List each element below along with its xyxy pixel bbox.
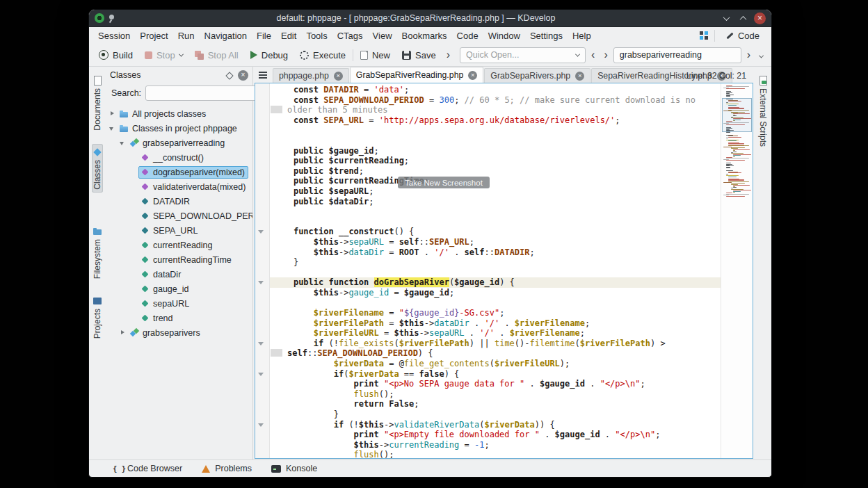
menu-tools[interactable]: Tools bbox=[301, 29, 332, 43]
code-line[interactable]: } bbox=[255, 409, 721, 420]
code-line[interactable]: $riverData = @file_get_contents($riverFi… bbox=[255, 359, 721, 369]
maximize-button[interactable] bbox=[737, 13, 749, 24]
next-match-button[interactable]: › bbox=[600, 48, 611, 62]
code-line[interactable] bbox=[255, 136, 721, 146]
fold-marker-icon[interactable] bbox=[258, 373, 264, 376]
minimap-scrollbar[interactable] bbox=[721, 83, 753, 458]
tree-item-currentreading[interactable]: currentReading bbox=[106, 238, 252, 252]
document-list-icon[interactable] bbox=[257, 70, 268, 81]
tree-item-datadir[interactable]: DATADIR bbox=[106, 194, 252, 209]
code-line[interactable] bbox=[255, 125, 721, 136]
code-line[interactable] bbox=[255, 206, 721, 217]
menu-settings[interactable]: Settings bbox=[525, 29, 568, 43]
expander-icon[interactable] bbox=[119, 139, 127, 147]
fold-marker-icon[interactable] bbox=[258, 342, 264, 345]
code-area-button[interactable]: Code bbox=[721, 29, 764, 42]
tab-close-icon[interactable] bbox=[334, 72, 343, 81]
close-button[interactable] bbox=[754, 13, 766, 24]
tab-close-icon[interactable] bbox=[468, 71, 477, 80]
menu-project[interactable]: Project bbox=[135, 29, 172, 43]
expander-icon[interactable] bbox=[119, 329, 127, 336]
tab-close-icon[interactable] bbox=[575, 72, 584, 81]
tree-item-all-projects-classes[interactable]: All projects classes bbox=[106, 106, 252, 121]
tree-item-datadir[interactable]: dataDir bbox=[106, 267, 252, 282]
search-input[interactable] bbox=[613, 47, 741, 63]
stop-all-button[interactable]: Stop All bbox=[190, 47, 243, 63]
detach-toolview-icon[interactable] bbox=[225, 71, 234, 80]
tree-item-classes-in-project-phppage[interactable]: Classes in project phppage bbox=[106, 121, 252, 136]
code-line[interactable]: $this->currentReading = -1; bbox=[255, 440, 721, 450]
debug-button[interactable]: Debug bbox=[246, 47, 293, 63]
menu-run[interactable]: Run bbox=[173, 29, 200, 43]
tree-item-currentreadingtime[interactable]: currentReadingTime bbox=[106, 252, 252, 267]
menu-navigation[interactable]: Navigation bbox=[200, 29, 252, 43]
code-line[interactable]: public $dataDir; bbox=[255, 197, 721, 207]
menu-view[interactable]: View bbox=[368, 29, 397, 43]
code-line[interactable]: self::SEPA_DOWNLOAD_PERIOD) { bbox=[255, 348, 721, 359]
minimize-button[interactable] bbox=[721, 13, 732, 24]
bottom-tab-problems[interactable]: Problems bbox=[202, 464, 252, 473]
minimap-viewport[interactable] bbox=[722, 98, 752, 132]
code-line[interactable]: public $trend; bbox=[255, 166, 721, 177]
fold-marker-icon[interactable] bbox=[258, 230, 264, 234]
stop-button[interactable]: Stop bbox=[140, 47, 188, 63]
dock-tab-projects[interactable]: Projects bbox=[92, 293, 103, 342]
code-line[interactable]: $riverFileURL = $this->sepaURL . '/' . $… bbox=[255, 328, 721, 339]
toolbar-expand-button[interactable]: › bbox=[443, 48, 453, 62]
tree-item-dograbsepariver-mixed[interactable]: dograbsepariver(mixed) bbox=[106, 165, 252, 179]
code-line[interactable]: const SEPA_DOWNLOAD_PERIOD = 300; // 60 … bbox=[255, 95, 721, 106]
menu-edit[interactable]: Edit bbox=[276, 29, 301, 43]
tree-item-validateriverdata-mixed[interactable]: validateriverdata(mixed) bbox=[106, 179, 252, 194]
code-line[interactable]: print "<p>No SEPA gauge data for " . $ga… bbox=[255, 379, 721, 389]
expander-icon[interactable] bbox=[108, 110, 116, 117]
tree-item-sepa-download-period[interactable]: SEPA_DOWNLOAD_PERIOD bbox=[106, 209, 252, 223]
code-line[interactable]: print "<p>Empty file downloaded for " . … bbox=[255, 430, 721, 440]
tab-phppage-php[interactable]: phppage.php bbox=[273, 68, 349, 83]
menu-session[interactable]: Session bbox=[93, 29, 135, 43]
code-line[interactable]: const DATADIR = 'data'; bbox=[255, 85, 721, 95]
code-line[interactable]: if (!$this->validateRiverData($riverData… bbox=[255, 420, 721, 430]
tree-item-trend[interactable]: trend bbox=[106, 311, 252, 325]
code-line[interactable] bbox=[255, 217, 721, 227]
classes-search-input[interactable] bbox=[145, 86, 267, 101]
code-line[interactable]: $this->sepaURL = self::SEPA_URL; bbox=[255, 237, 721, 247]
tab-grabseparivers-php[interactable]: GrabSepaRivers.php bbox=[484, 68, 590, 83]
fold-marker-icon[interactable] bbox=[258, 281, 264, 284]
save-button[interactable]: Save bbox=[397, 47, 441, 63]
tree-item-grabsepariverreading[interactable]: grabsepariverreading bbox=[106, 136, 252, 150]
code-line[interactable]: public $currentReading; bbox=[255, 156, 721, 166]
menu-file[interactable]: File bbox=[252, 29, 276, 43]
code-line[interactable]: if (!file_exists($riverFilePath) || time… bbox=[255, 339, 721, 349]
code-line[interactable]: public $gauge_id; bbox=[255, 146, 721, 156]
code-line[interactable]: public function doGrabSepaRiver($gauge_i… bbox=[255, 277, 721, 288]
code-line[interactable]: flush(); bbox=[255, 389, 721, 400]
fold-marker-icon[interactable] bbox=[258, 423, 264, 427]
menu-bookmarks[interactable]: Bookmarks bbox=[397, 29, 452, 43]
code-line[interactable]: return False; bbox=[255, 399, 721, 409]
tab-grabsepariverreading-php[interactable]: GrabSepaRiverReading.php bbox=[350, 67, 484, 83]
code-line[interactable]: $this->dataDir = ROOT . '/' . self::DATA… bbox=[255, 247, 721, 258]
area-switcher-grid-icon[interactable] bbox=[699, 31, 709, 40]
code-line[interactable]: function __construct() { bbox=[255, 227, 721, 237]
code-line[interactable]: $this->gauge_id = $gauge_id; bbox=[255, 288, 721, 298]
code-area[interactable]: const DATADIR = 'data'; const SEPA_DOWNL… bbox=[255, 83, 721, 458]
quick-open-combo[interactable]: Quick Open... bbox=[460, 47, 586, 63]
pin-icon[interactable] bbox=[108, 14, 116, 23]
code-line[interactable]: flush(); bbox=[255, 450, 721, 458]
code-line[interactable]: } bbox=[255, 257, 721, 268]
code-line[interactable] bbox=[255, 298, 721, 308]
code-line[interactable] bbox=[255, 268, 721, 278]
toolbar-overflow-button[interactable] bbox=[756, 48, 766, 62]
bottom-tab-konsole[interactable]: Konsole bbox=[271, 464, 317, 473]
dock-tab-classes[interactable]: Classes bbox=[92, 144, 103, 193]
execute-button[interactable]: Execute bbox=[295, 47, 351, 63]
tree-item-gauge-id[interactable]: gauge_id bbox=[106, 282, 252, 296]
build-button[interactable]: Build bbox=[94, 47, 138, 63]
menu-help[interactable]: Help bbox=[568, 29, 596, 43]
expander-icon[interactable] bbox=[108, 124, 116, 132]
menu-code[interactable]: Code bbox=[452, 29, 483, 43]
tree-item-sepaurl[interactable]: sepaURL bbox=[106, 296, 252, 311]
tree-item-grabseparivers[interactable]: grabseparivers bbox=[106, 325, 252, 340]
code-line[interactable]: $riverFilePath = $this->dataDir . '/' . … bbox=[255, 318, 721, 329]
dock-tab-documents[interactable]: Documents bbox=[92, 72, 103, 134]
